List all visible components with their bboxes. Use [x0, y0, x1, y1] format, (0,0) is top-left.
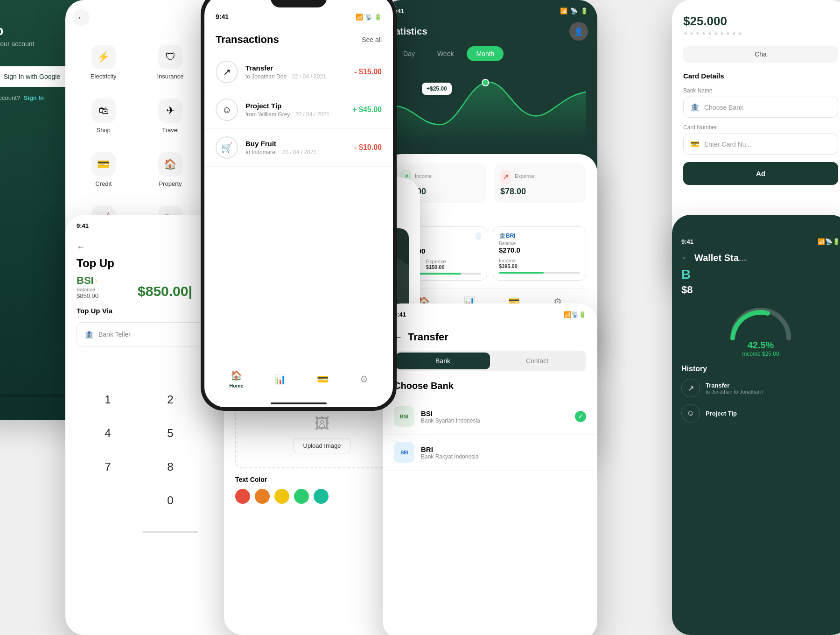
- key-0[interactable]: 0: [139, 484, 202, 517]
- key-1[interactable]: 1: [77, 383, 139, 416]
- add-card-btn[interactable]: Ad: [683, 162, 838, 185]
- history-tip-icon: ☺: [681, 404, 700, 423]
- cat-electricity[interactable]: ⚡ Electricity: [70, 35, 137, 89]
- history-transfer: ↗ Transfer to Jonathan to Jonathan I: [681, 379, 840, 397]
- txn-tip-amount: + $45.00: [352, 106, 382, 114]
- bank-name-label: Bank Name: [683, 87, 838, 94]
- tab-month[interactable]: Month: [467, 46, 504, 61]
- bsi-check-icon: ✓: [575, 411, 586, 422]
- svg-point-0: [482, 79, 489, 86]
- nav-home[interactable]: 🏠 Home: [229, 370, 244, 388]
- cat-property[interactable]: 🏠 Property: [137, 143, 203, 197]
- change-design-preview: Cha: [683, 46, 838, 63]
- text-color-teal[interactable]: [314, 489, 329, 504]
- nav-card[interactable]: 💳: [317, 374, 329, 385]
- stats-header: tatistics 👤: [383, 18, 597, 46]
- status-bar: 9:41 📶📡🔋: [204, 7, 393, 24]
- stats-tabs: Day Week Month: [383, 46, 597, 69]
- wallet-stat-screen: 9:41 📶📡🔋 ← Wallet Sta... B $8 42.5% Inco…: [672, 215, 840, 635]
- txn-transfer-amount: - $15.00: [354, 68, 382, 76]
- choose-bank-title: Choose Bank: [383, 381, 597, 399]
- wallet-stat-content: 9:41 📶📡🔋 ← Wallet Sta... B $8 42.5% Inco…: [672, 215, 840, 438]
- back-icon[interactable]: ←: [73, 9, 90, 26]
- txn-fruit-amount: - $10.00: [354, 143, 382, 152]
- phone-notch: [271, 0, 327, 7]
- text-color-green[interactable]: [294, 489, 309, 504]
- cat-travel[interactable]: ✈ Travel: [137, 89, 203, 143]
- text-color-orange[interactable]: [255, 489, 270, 504]
- upload-icon: 🖼: [315, 415, 329, 432]
- tab-contact[interactable]: Contact: [490, 353, 584, 369]
- key-8[interactable]: 8: [139, 450, 202, 484]
- tab-bank[interactable]: Bank: [396, 353, 490, 369]
- card-number-input[interactable]: 💳 Enter Card Nu...: [683, 134, 838, 155]
- cat-insurance[interactable]: 🛡 Insurance: [137, 35, 203, 89]
- txn-transfer: ↗ Transfer to Jonathan Doe 22 / 04 / 202…: [204, 53, 393, 91]
- key-2[interactable]: 2: [139, 383, 202, 416]
- wallet-stat-title: Wallet Sta...: [694, 253, 747, 263]
- history-title: History: [681, 365, 840, 373]
- wallet-stat-header: ← Wallet Sta...: [681, 253, 840, 263]
- signin-link[interactable]: Sign In: [24, 94, 44, 101]
- transfer-status-bar: 9:41 📶📡🔋: [383, 303, 597, 322]
- txn-tip-sub: from William Grey 20 / 04 / 2021: [245, 111, 345, 118]
- history-project-tip: ☺ Project Tip: [681, 404, 840, 423]
- tab-day[interactable]: Day: [394, 46, 424, 61]
- bank-name-input[interactable]: 🏦 Choose Bank: [683, 97, 838, 118]
- chart-area: +$25.00: [394, 69, 586, 153]
- see-all-link[interactable]: See all: [362, 36, 382, 43]
- key-7[interactable]: 7: [77, 450, 139, 484]
- bsi-logo: BSI•: [77, 275, 98, 287]
- wallet-banks: BSI Balance $850.00 Income $480.00 Expen…: [394, 226, 586, 281]
- txn-fruit-icon: 🛒: [216, 136, 238, 159]
- txn-tip-icon: ☺: [216, 99, 238, 121]
- nav-stats[interactable]: 📊: [274, 374, 286, 385]
- key-5[interactable]: 5: [139, 416, 202, 450]
- avatar: 👤: [569, 22, 588, 41]
- key-empty: [77, 484, 139, 517]
- nav-settings[interactable]: ⚙: [360, 374, 368, 385]
- wallet-stat-back[interactable]: ←: [681, 253, 690, 263]
- card-balance: $25.000: [683, 14, 838, 28]
- bank-bri-option[interactable]: BRI BRI Bank Rakyat Indonesia: [383, 435, 597, 471]
- wallet-stat-statusbar: 9:41 📶📡🔋: [681, 238, 840, 245]
- cat-shop[interactable]: 🛍 Shop: [70, 89, 137, 143]
- bri-bank-option-logo: BRI: [394, 442, 414, 463]
- upload-image-btn[interactable]: Upload Image: [294, 438, 351, 453]
- card-number-label: Card Number: [683, 124, 838, 131]
- txn-transfer-icon: ↗: [216, 61, 238, 83]
- chart-tooltip: +$25.00: [422, 83, 452, 95]
- transactions-title: Transactions: [216, 34, 279, 46]
- bsi-bank-logo: BSI: [394, 406, 414, 427]
- stat-percentage: 42.5%: [681, 340, 840, 351]
- wallet-bri: 🏦BRI Balance $270.0 Income $395.00: [493, 226, 586, 281]
- wallet-title: Wallet: [394, 212, 586, 221]
- balance-snippet: $8: [681, 284, 840, 296]
- txn-buy-fruit: 🛒 Buy Fruit at Indomaret 20 / 04 / 2021 …: [204, 129, 393, 167]
- text-color-yellow[interactable]: [274, 489, 289, 504]
- bottom-nav: 🏠 Home 📊 💳 ⚙: [204, 362, 393, 398]
- history-transfer-icon: ↗: [681, 379, 700, 397]
- cat-credit[interactable]: 💳 Credit: [70, 143, 137, 197]
- key-4[interactable]: 4: [77, 416, 139, 450]
- txn-tip-name: Project Tip: [245, 102, 345, 110]
- transfer-title: Transfer: [408, 331, 448, 343]
- card-stars: ★★★★★★★★★★: [683, 30, 838, 36]
- stat-arc-area: 42.5% Income $25.00: [681, 305, 840, 357]
- transactions-header: Transactions See all: [204, 24, 393, 53]
- txn-transfer-sub: to Jonathan Doe 22 / 04 / 2021: [245, 73, 347, 80]
- balance-display: $850.00|: [138, 283, 192, 299]
- transfer-header: ← Transfer: [383, 322, 597, 351]
- expense-card: ↗ Expense $78.00: [494, 163, 586, 203]
- text-color-red[interactable]: [235, 489, 250, 504]
- home-indicator: [271, 402, 327, 404]
- txn-fruit-name: Buy Fruit: [245, 140, 347, 148]
- transactions-screen: 9:41 📶📡🔋 Transactions See all ↗ Transfer…: [201, 0, 397, 411]
- stats-title: tatistics: [392, 26, 427, 37]
- bri-bank-logo: [476, 233, 481, 240]
- stat-pct-label: Income $25.00: [681, 351, 840, 357]
- txn-project-tip: ☺ Project Tip from William Grey 20 / 04 …: [204, 91, 393, 129]
- bsi-snippet: B: [681, 267, 840, 282]
- tab-week[interactable]: Week: [428, 46, 463, 61]
- bank-bsi-option[interactable]: BSI BSI Bank Syariah Indonesia ✓: [383, 399, 597, 435]
